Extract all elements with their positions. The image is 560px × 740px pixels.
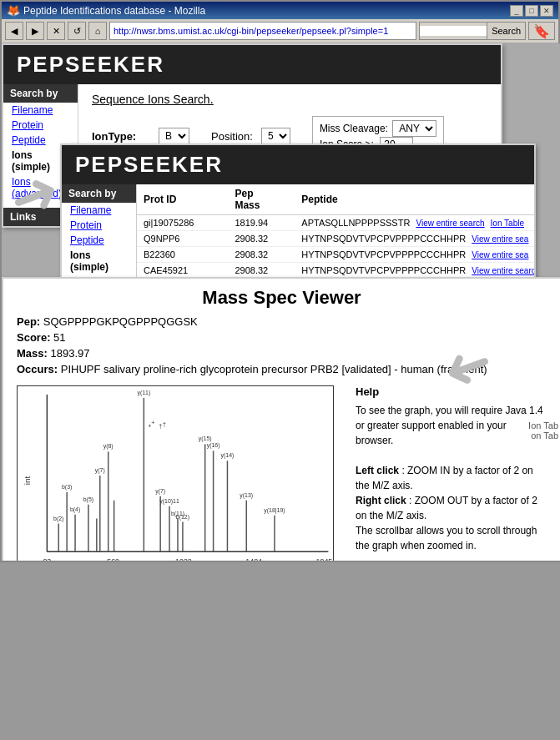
back-button[interactable]: ◀ [5,22,23,40]
address-bar[interactable]: http://nwsr.bms.umist.ac.uk/cgi-bin/peps… [109,22,416,40]
ion-tab-label-2: on Tab [528,430,558,440]
help-leftclick-label: Left click [356,465,399,476]
table-row: gi|19075286 1819.94 APTASQLLNPPPPSSSTR V… [137,215,534,231]
browser-search-box[interactable]: Search [419,22,526,40]
table-row: CAE45921 2908.32 HYTNPSQDVTVPCPVPPPPCCCH… [137,263,534,279]
pep-label: Pep: [17,315,40,328]
view-entire-link[interactable]: View entire search [472,266,534,275]
col-pep-mass: PepMass [228,184,295,215]
svg-text:y(7): y(7) [95,467,105,474]
score-label: Score: [17,331,50,344]
peptide-cell: APTASQLLNPPPPSSSTR View entire search Io… [295,215,534,231]
maximize-button[interactable]: □ [525,5,538,17]
peptide-cell: HYTNPSQDVTVPCPVPPPPCCCHHPR View entire s… [295,231,534,247]
svg-text:y(14): y(14) [221,452,235,459]
sidebar-item-ions-simple-2[interactable]: Ions (simple) [62,248,136,274]
occurs-label: Occurs: [17,363,58,375]
miss-cleavage-label: Miss Cleavage: [320,123,388,134]
sidebar-item-protein-2[interactable]: Protein [62,218,136,233]
pep-mass-cell: 2908.32 [228,247,295,263]
peptide-cell: HYTNPSQDVTVPCPVPPPPCCCHHPR View entire s… [295,247,534,263]
svg-text:b(3): b(3) [62,484,72,491]
svg-text:1945: 1945 [316,557,333,561]
sidebar-item-filename[interactable]: Filename [3,103,78,118]
help-leftclick: Left click : ZOOM IN by a factor of 2 on… [356,463,547,493]
sidebar-item-protein[interactable]: Protein [3,118,78,133]
peptide-cell: HYTNPSQDVTVPCPVPPPPCCCHHPR View entire s… [295,263,534,279]
refresh-button[interactable]: ↺ [68,22,86,40]
table-row: Q9NPP6 2908.32 HYTNPSQDVTVPCPVPPPPCCCHHP… [137,231,534,247]
help-text: To see the graph, you will require Java … [356,403,547,553]
sidebar-item-filename-2[interactable]: Filename [62,203,136,218]
mass-label: Mass: [17,347,48,360]
chart-wrapper: int 93 560 1022 1484 1945 b(3) [17,385,342,561]
url-text: http://nwsr.bms.umist.ac.uk/cgi-bin/peps… [114,26,388,36]
forward-button[interactable]: ▶ [26,22,44,40]
panels-wrapper: ➜ ➜ PEPSEEKER Search by Filename Protein… [2,43,560,561]
svg-text:y(13): y(13) [240,492,253,499]
ion-tab-label-1: Ion Tab [528,420,558,430]
minimize-button[interactable]: _ [510,5,523,17]
svg-text:93: 93 [43,557,51,561]
position-label: Position: [211,130,253,143]
pepseeker-header-1: PEPSEEKER [3,45,501,84]
view-entire-link[interactable]: View entire search [416,219,484,228]
home-button[interactable]: ⌂ [88,22,107,40]
massspec-title: Mass Spec Viewer [3,279,560,314]
iontype-select[interactable]: B Y A [159,128,189,144]
svg-text:y(11): y(11) [137,390,150,396]
svg-text:y(10)11: y(10)11 [159,498,179,505]
help-java-text: To see the graph, you will require Java … [356,403,547,448]
miss-cleavage-select[interactable]: ANY012 [392,120,436,137]
svg-text:b(4): b(4) [70,506,80,513]
prot-id-cell: Q9NPP6 [137,231,228,247]
bookmarks-button[interactable]: 🔖 [528,22,555,40]
pepseeker-header-2: PEPSEEKER [62,145,534,184]
col-prot-id: Prot ID [137,184,228,215]
svg-text:int: int [23,476,32,486]
view-entire-link[interactable]: View entire sea [472,250,528,259]
browser-window: 🦊 Peptide Identifications database - Moz… [0,0,560,562]
svg-text:y(8): y(8) [103,443,114,450]
pep-mass-cell: 1819.94 [228,215,295,231]
score-value: 51 [53,331,65,344]
position-select[interactable]: 5 1234 [261,128,290,144]
view-entire-link[interactable]: View entire sea [472,234,528,244]
close-button[interactable]: ✕ [540,5,553,17]
svg-text:y(15): y(15) [199,435,212,442]
svg-text:y(16): y(16) [207,442,220,449]
partial-labels: Ion Tab on Tab [528,420,560,440]
occurs-value: PIHUPF salivary proline-rich glycoprotei… [61,363,487,375]
svg-text:560: 560 [107,557,119,561]
page-title: Sequence Ions Search. [92,93,487,106]
svg-text:b(2): b(2) [53,516,63,522]
stop-button[interactable]: ✕ [47,22,65,40]
iontype-label: IonType: [92,130,150,143]
table-row: B22360 2908.32 HYTNPSQDVTVPCPVPPPPCCCHHP… [137,247,534,263]
prot-id-cell: gi|19075286 [137,215,228,231]
ion-table-link[interactable]: Ion Table [491,219,524,228]
help-scrollbar-text: The scrollbar allows you to scroll throu… [356,523,547,553]
massspec-body: int 93 560 1022 1484 1945 b(3) [3,377,560,561]
titlebar-controls[interactable]: _ □ ✕ [510,5,553,17]
pep-info: Pep: SQGPPPPGKPQGPPPQGGSK [3,314,560,330]
svg-text:1484: 1484 [245,557,262,561]
window-title: Peptide Identifications database - Mozil… [23,5,205,17]
help-rightclick: Right click : ZOOM OUT by a factor of 2 … [356,493,547,523]
svg-text:†: † [159,423,162,429]
help-area: Help To see the graph, you will require … [356,385,547,561]
svg-text:†: † [163,421,166,427]
browser-search-button[interactable]: Search [487,23,525,39]
svg-text:y(18|19): y(18|19) [264,507,285,514]
col-peptide: Peptide [295,184,534,215]
svg-text:y(7): y(7) [155,488,165,495]
svg-text:1022: 1022 [175,557,192,561]
browser-titlebar: 🦊 Peptide Identifications database - Moz… [2,2,558,19]
chart-area[interactable]: int 93 560 1022 1484 1945 b(3) [17,385,334,561]
pep-value: SQGPPPPGKPQGPPPQGGSK [43,315,198,328]
mass-value: 1893.97 [50,347,89,360]
browser-toolbar: ◀ ▶ ✕ ↺ ⌂ http://nwsr.bms.umist.ac.uk/cg… [2,19,558,43]
panel-massspec: Mass Spec Viewer Pep: SQGPPPPGKPQGPPPQGG… [2,277,560,561]
browser-search-input[interactable] [420,26,487,36]
sidebar-item-peptide-2[interactable]: Peptide [62,233,136,248]
